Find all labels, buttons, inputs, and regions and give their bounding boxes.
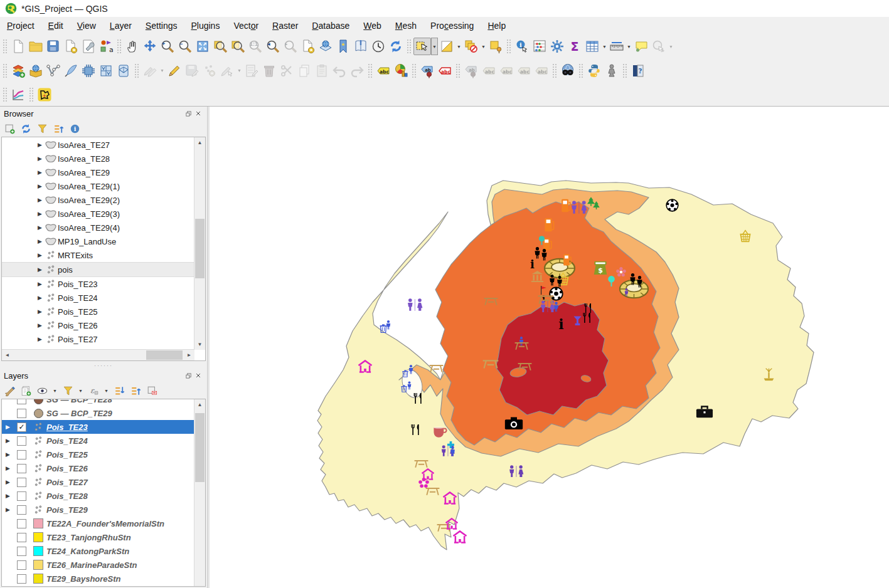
layers-expand-all-button[interactable] bbox=[112, 384, 126, 397]
layer-visibility-checkbox[interactable] bbox=[17, 478, 26, 487]
browser-filter-browser-button[interactable] bbox=[35, 122, 49, 135]
open-attribute-table-dropdown[interactable]: ▼ bbox=[601, 38, 608, 55]
layer-item-Pois_TE24[interactable]: ▶Pois_TE24 bbox=[2, 434, 194, 448]
layer-item-Pois_TE27[interactable]: ▶Pois_TE27 bbox=[2, 475, 194, 489]
open-project-button[interactable] bbox=[27, 38, 45, 55]
layer-item-TE22A_Founder'sMemorialStn[interactable]: TE22A_Founder'sMemorialStn bbox=[2, 517, 194, 530]
new-temporary-scratch-layer-button[interactable] bbox=[80, 62, 97, 80]
browser-item-Pois_TE27[interactable]: ▶Pois_TE27 bbox=[2, 332, 194, 346]
pan-to-selection-button[interactable] bbox=[141, 38, 159, 55]
profile-tool-button[interactable] bbox=[9, 86, 27, 103]
statist-plugin-button[interactable] bbox=[603, 62, 620, 80]
browser-item-IsoArea_TE29(4)[interactable]: ▶IsoArea_TE29(4) bbox=[2, 221, 194, 234]
pan-map-button[interactable] bbox=[124, 38, 141, 55]
expand-icon[interactable]: ▶ bbox=[38, 224, 44, 231]
browser-item-MP19_LandUse[interactable]: ▶MP19_LandUse bbox=[2, 234, 194, 248]
highlight-pinned-labels-button[interactable] bbox=[436, 62, 454, 80]
map-canvas[interactable] bbox=[210, 107, 889, 588]
expand-icon[interactable]: ▶ bbox=[38, 183, 44, 189]
menu-plugins[interactable]: Plugins bbox=[184, 18, 226, 33]
expand-icon[interactable]: ▶ bbox=[38, 281, 44, 287]
layer-visibility-checkbox[interactable]: ✓ bbox=[17, 423, 26, 432]
pin-labels-button[interactable] bbox=[418, 62, 436, 80]
layers-close-icon[interactable] bbox=[193, 371, 203, 380]
layers-open-layer-styling-button[interactable] bbox=[3, 384, 16, 397]
search-dropdown[interactable]: ▼ bbox=[668, 38, 674, 55]
layer-visibility-checkbox[interactable] bbox=[17, 491, 26, 501]
open-attribute-table-button[interactable] bbox=[583, 38, 601, 55]
layer-visibility-checkbox[interactable] bbox=[17, 519, 26, 528]
layers-add-group-button[interactable] bbox=[19, 384, 33, 397]
layer-item-TE24_KatongParkStn[interactable]: TE24_KatongParkStn bbox=[2, 544, 194, 558]
layer-visibility-checkbox[interactable] bbox=[17, 436, 26, 446]
browser-add-selected-layers-button[interactable] bbox=[3, 122, 16, 135]
layer-item-Pois_TE25[interactable]: ▶Pois_TE25 bbox=[2, 448, 194, 461]
layer-item-Walkable_Road[interactable]: Walkable_Road bbox=[2, 585, 194, 587]
panel-splitter[interactable]: ······ bbox=[0, 362, 207, 369]
layers-filter-legend-button[interactable] bbox=[61, 384, 75, 397]
expand-icon[interactable]: ▶ bbox=[38, 197, 44, 203]
help-contents-button[interactable] bbox=[629, 62, 647, 80]
zoom-full-button[interactable] bbox=[194, 38, 211, 55]
data-source-manager-button[interactable] bbox=[9, 62, 27, 80]
browser-enable-properties-widget-button[interactable] bbox=[68, 122, 82, 135]
style-manager-button[interactable] bbox=[97, 38, 115, 55]
layer-item-Pois_TE26[interactable]: ▶Pois_TE26 bbox=[2, 461, 194, 475]
advanced-digitizing-dropdown[interactable]: ▼ bbox=[236, 62, 243, 80]
expand-icon[interactable]: ▶ bbox=[38, 266, 44, 273]
browser-item-IsoArea_TE29[interactable]: ▶IsoArea_TE29 bbox=[2, 165, 194, 179]
menu-layer[interactable]: Layer bbox=[103, 18, 139, 33]
metasearch-button[interactable] bbox=[559, 62, 577, 80]
browser-vertical-scrollbar[interactable]: ▲ ▼ bbox=[194, 137, 205, 350]
new-spatialite-layer-button[interactable] bbox=[62, 62, 80, 80]
select-by-location-button[interactable] bbox=[487, 38, 504, 55]
expand-icon[interactable]: ▶ bbox=[38, 211, 44, 217]
layers-filter-by-expression-button[interactable] bbox=[87, 384, 100, 397]
menu-help[interactable]: Help bbox=[481, 18, 513, 33]
zoom-to-selection-button[interactable] bbox=[211, 38, 229, 55]
layer-visibility-checkbox[interactable] bbox=[17, 547, 26, 556]
new-shapefile-layer-button[interactable] bbox=[45, 62, 62, 80]
browser-horizontal-scrollbar[interactable]: ◄ ► bbox=[2, 349, 194, 360]
menu-web[interactable]: Web bbox=[356, 18, 388, 33]
identify-features-button[interactable] bbox=[513, 38, 531, 55]
layer-visibility-checkbox[interactable] bbox=[17, 505, 26, 515]
layer-item-SG — BCP_TE29[interactable]: SG — BCP_TE29 bbox=[2, 406, 194, 420]
layer-item-TE29_BayshoreStn[interactable]: TE29_BayshoreStn bbox=[2, 572, 194, 585]
zoom-to-layer-button[interactable] bbox=[229, 38, 247, 55]
layers-manage-map-themes-dropdown[interactable]: ▼ bbox=[51, 382, 58, 399]
refresh-map-button[interactable] bbox=[387, 38, 405, 55]
select-by-value-dropdown[interactable]: ▼ bbox=[455, 38, 462, 55]
layer-visibility-checkbox[interactable] bbox=[17, 574, 26, 584]
new-project-button[interactable] bbox=[9, 38, 27, 55]
layer-visibility-checkbox[interactable] bbox=[17, 533, 26, 542]
browser-item-Pois_TE23[interactable]: ▶Pois_TE23 bbox=[2, 277, 194, 291]
expand-icon[interactable]: ▶ bbox=[38, 169, 44, 176]
toggle-editing-button[interactable] bbox=[166, 62, 183, 80]
menu-view[interactable]: View bbox=[70, 18, 103, 33]
menu-project[interactable]: Project bbox=[0, 18, 41, 33]
layer-visibility-checkbox[interactable] bbox=[17, 560, 26, 570]
new-virtual-layer-button[interactable] bbox=[97, 62, 115, 80]
new-3d-map-view-button[interactable] bbox=[317, 38, 334, 55]
menu-edit[interactable]: Edit bbox=[41, 18, 70, 33]
zoom-in-button[interactable]: + bbox=[159, 38, 176, 55]
browser-item-Pois_TE24[interactable]: ▶Pois_TE24 bbox=[2, 291, 194, 305]
menu-settings[interactable]: Settings bbox=[139, 18, 184, 33]
expand-icon[interactable]: ▶ bbox=[6, 493, 13, 499]
expand-icon[interactable]: ▶ bbox=[38, 322, 44, 328]
bookmark-manager-button[interactable] bbox=[352, 38, 370, 55]
layers-filter-legend-dropdown[interactable]: ▼ bbox=[77, 382, 84, 399]
browser-item-IsoArea_TE29(3)[interactable]: ▶IsoArea_TE29(3) bbox=[2, 207, 194, 221]
browser-close-icon[interactable] bbox=[193, 109, 203, 118]
expand-icon[interactable]: ▶ bbox=[6, 507, 13, 513]
current-edits-dropdown[interactable]: ▼ bbox=[159, 62, 166, 80]
layer-visibility-checkbox[interactable] bbox=[17, 450, 26, 459]
deselect-features-button[interactable] bbox=[462, 38, 480, 55]
layers-remove-layer-button[interactable] bbox=[145, 384, 159, 397]
browser-item-Pois_TE25[interactable]: ▶Pois_TE25 bbox=[2, 305, 194, 318]
expand-icon[interactable]: ▶ bbox=[6, 438, 13, 444]
expand-icon[interactable]: ▶ bbox=[38, 252, 44, 258]
zoom-out-button[interactable]: − bbox=[176, 38, 194, 55]
layer-diagram-button[interactable] bbox=[392, 62, 410, 80]
